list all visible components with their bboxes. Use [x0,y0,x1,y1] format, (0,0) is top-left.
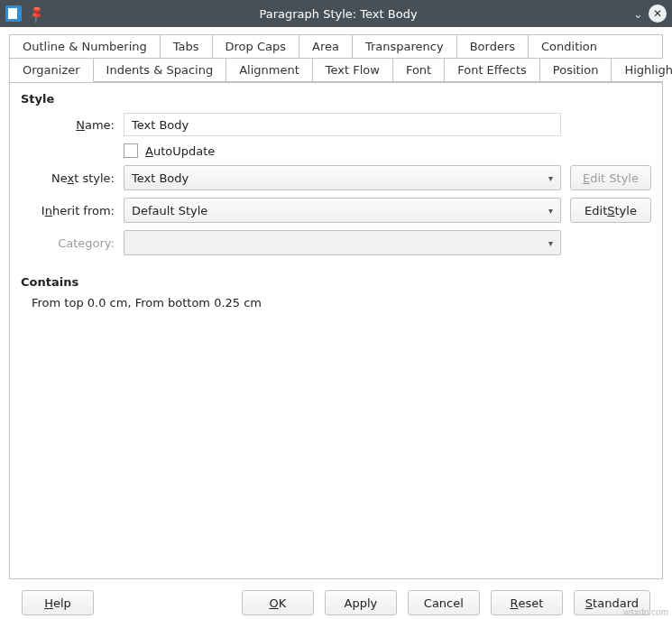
tab-font[interactable]: Font [393,59,445,81]
tab-alignment[interactable]: Alignment [226,59,313,81]
chevron-down-icon: ▾ [548,238,553,248]
tab-drop-caps[interactable]: Drop Caps [213,35,299,58]
label-category: Category: [24,236,115,250]
label-next-style: Next style: [24,171,115,185]
contains-text: From top 0.0 cm, From bottom 0.25 cm [32,296,651,310]
label-autoupdate: AutoUpdate [145,144,215,158]
tab-area[interactable]: Area [299,35,353,58]
edit-style-next-button: Edit Style [570,165,651,190]
title-bar: 📌 Paragraph Style: Text Body ⌄ ✕ [0,0,672,27]
tab-highlighting[interactable]: Highlighting [612,59,672,81]
name-input[interactable] [124,113,561,136]
tab-position[interactable]: Position [540,59,612,81]
next-style-dropdown[interactable]: Text Body ▾ [124,165,561,190]
label-name: Name: [24,118,115,132]
window-title: Paragraph Style: Text Body [51,7,626,21]
category-dropdown: ▾ [124,230,561,255]
cancel-button[interactable]: Cancel [408,590,480,615]
autoupdate-row: AutoUpdate [124,143,561,158]
tab-container: Outline & NumberingTabsDrop CapsAreaTran… [9,34,663,83]
tab-transparency[interactable]: Transparency [353,35,457,58]
tab-tabs[interactable]: Tabs [161,35,213,58]
reset-button[interactable]: Reset [491,590,563,615]
organizer-panel: Style Name: AutoUpdate Next style: [9,83,663,579]
apply-button[interactable]: Apply [325,590,397,615]
tab-font-effects[interactable]: Font Effects [445,59,540,81]
watermark: wsxdn.com [623,607,668,617]
close-button[interactable]: ✕ [649,5,667,23]
section-style-title: Style [21,92,651,106]
ok-button[interactable]: OK [242,590,314,615]
inherit-from-dropdown[interactable]: Default Style ▾ [124,198,561,223]
section-contains-title: Contains [21,275,651,289]
tab-indents-spacing[interactable]: Indents & Spacing [94,59,227,81]
tab-organizer[interactable]: Organizer [10,59,94,81]
label-inherit-from: Inherit from: [24,204,115,217]
chevron-down-icon: ▾ [548,173,553,183]
edit-style-inherit-button[interactable]: Edit Style [570,198,651,223]
pin-icon[interactable]: 📌 [26,4,46,23]
tab-borders[interactable]: Borders [457,35,529,58]
autoupdate-checkbox[interactable] [124,143,138,158]
app-icon [5,5,22,22]
tabs-row-lower: OrganizerIndents & SpacingAlignmentText … [10,59,662,82]
chevron-down-icon[interactable]: ⌄ [633,7,643,21]
tabs-row-upper: Outline & NumberingTabsDrop CapsAreaTran… [10,34,662,59]
dialog-button-bar: Help OK Apply Cancel Reset Standard [9,579,663,619]
help-button[interactable]: Help [22,590,94,615]
tab-outline-numbering[interactable]: Outline & Numbering [10,35,161,58]
chevron-down-icon: ▾ [548,206,553,216]
tab-text-flow[interactable]: Text Flow [313,59,393,81]
tab-condition[interactable]: Condition [529,35,610,58]
